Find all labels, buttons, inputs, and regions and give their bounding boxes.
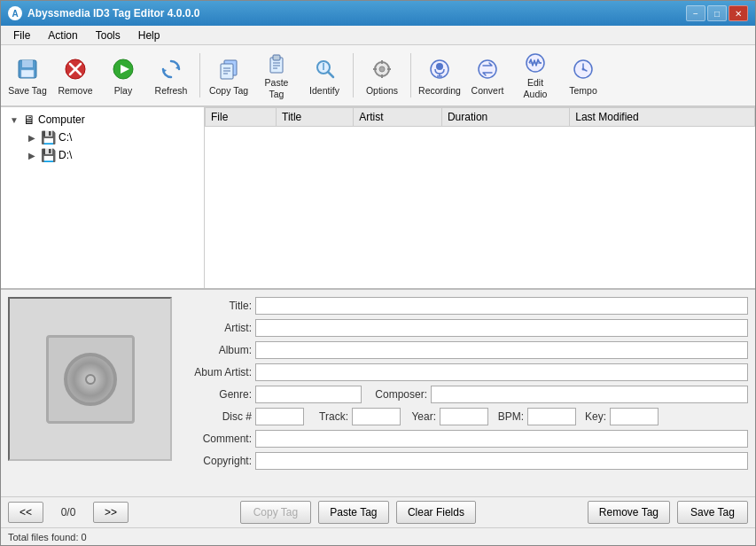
cd-hole [85, 374, 96, 385]
app-icon: A [8, 6, 22, 20]
col-title[interactable]: Title [277, 108, 354, 127]
composer-input[interactable] [431, 386, 748, 403]
svg-line-21 [328, 72, 333, 77]
artist-label: Artist: [181, 322, 252, 334]
genre-label: Genre: [181, 388, 252, 401]
tree-computer-label: Computer [38, 113, 85, 126]
copy-tag-label: Copy Tag [209, 85, 248, 97]
year-label: Year: [404, 410, 436, 423]
status-bar: Total files found: 0 [1, 527, 755, 545]
disc-track-row: Disc # Track: Year: BPM: Key: [181, 408, 748, 425]
album-row: Album: [181, 341, 748, 359]
tempo-button[interactable]: Tempo [560, 48, 606, 103]
year-input[interactable] [440, 408, 488, 425]
comment-input[interactable] [255, 430, 748, 448]
tempo-label: Tempo [569, 85, 597, 97]
genre-input[interactable] [255, 386, 362, 403]
edit-audio-icon [521, 51, 549, 75]
disc-input[interactable] [255, 408, 304, 425]
save-tag-button[interactable]: Save Tag [4, 48, 51, 103]
cd-icon [64, 353, 117, 406]
next-button[interactable]: >> [93, 502, 129, 523]
maximize-button[interactable]: □ [707, 5, 727, 21]
key-input[interactable] [610, 408, 659, 425]
save-tag-label: Save Tag [8, 85, 47, 97]
menu-help[interactable]: Help [129, 27, 169, 43]
copyright-input[interactable] [255, 452, 748, 470]
title-bar-left: A Abyssmedia ID3 Tag Editor 4.0.0.0 [8, 6, 200, 20]
minimize-button[interactable]: − [686, 5, 705, 21]
svg-point-31 [436, 63, 443, 70]
album-artist-input[interactable] [255, 363, 748, 381]
track-input[interactable] [352, 408, 401, 425]
svg-rect-26 [381, 60, 383, 64]
save-tag-action-button[interactable]: Save Tag [677, 501, 748, 524]
identify-button[interactable]: Identify [301, 48, 347, 103]
remove-label: Remove [58, 85, 92, 97]
recording-button[interactable]: Recording [417, 48, 463, 103]
album-artist-label: Abum Artist: [181, 366, 252, 378]
paste-tag-action-button[interactable]: Paste Tag [318, 501, 389, 524]
copy-tag-icon [214, 55, 243, 83]
menu-action[interactable]: Action [39, 27, 86, 43]
remove-tag-button[interactable]: Remove Tag [588, 501, 670, 524]
svg-point-23 [323, 63, 324, 65]
col-duration[interactable]: Duration [441, 108, 569, 127]
nav-action-bar: << 0/0 >> Copy Tag Paste Tag Clear Field… [1, 496, 755, 527]
paste-tag-button[interactable]: Paste Tag [253, 48, 300, 103]
separator-2 [353, 53, 354, 98]
bpm-input[interactable] [527, 408, 576, 425]
edit-audio-label: Edit Audio [515, 77, 556, 99]
remove-button[interactable]: Remove [52, 48, 98, 103]
col-artist[interactable]: Artist [354, 108, 442, 127]
title-input[interactable] [255, 297, 748, 315]
album-input[interactable] [255, 341, 748, 359]
menu-tools[interactable]: Tools [87, 27, 129, 43]
genre-composer-row: Genre: Composer: [181, 386, 748, 403]
tree-item-computer[interactable]: ▼ 🖥 Computer [1, 111, 204, 129]
title-bar-controls: − □ ✕ [686, 5, 748, 21]
prev-button[interactable]: << [8, 502, 43, 523]
status-text: Total files found: 0 [8, 532, 87, 542]
close-button[interactable]: ✕ [729, 5, 748, 21]
clear-fields-button[interactable]: Clear Fields [396, 501, 476, 524]
comment-row: Comment: [181, 430, 748, 448]
main-window: A Abyssmedia ID3 Tag Editor 4.0.0.0 − □ … [0, 0, 756, 546]
nav-count: 0/0 [51, 506, 86, 519]
tempo-icon [569, 55, 597, 83]
svg-rect-27 [381, 74, 383, 78]
refresh-label: Refresh [155, 85, 188, 97]
refresh-button[interactable]: Refresh [148, 48, 194, 103]
options-button[interactable]: Options [359, 48, 405, 103]
svg-rect-1 [22, 60, 33, 67]
album-art[interactable] [8, 297, 172, 461]
svg-rect-29 [387, 68, 391, 70]
tree-item-d-drive[interactable]: ▶ 💾 D:\ [1, 146, 204, 164]
recording-icon [425, 55, 454, 83]
copy-tag-button[interactable]: Copy Tag [206, 48, 252, 103]
toolbar: Save Tag Remove Play [1, 45, 755, 107]
title-row: Title: [181, 297, 748, 315]
svg-point-25 [379, 66, 385, 72]
paste-tag-label: Paste Tag [256, 77, 297, 99]
title-bar: A Abyssmedia ID3 Tag Editor 4.0.0.0 − □ … [1, 1, 755, 26]
copy-tag-action-button[interactable]: Copy Tag [240, 501, 311, 524]
convert-icon [473, 55, 502, 83]
svg-rect-2 [21, 70, 34, 77]
separator-1 [199, 53, 200, 98]
file-list[interactable]: File Title Artist Duration Last Modified [205, 107, 755, 288]
menu-file[interactable]: File [4, 27, 39, 43]
tree-item-c-drive[interactable]: ▶ 💾 C:\ [1, 129, 204, 146]
convert-button[interactable]: Convert [464, 48, 510, 103]
bottom-panel: Title: Artist: Album: Abum Artist: Genre… [1, 288, 755, 527]
play-button[interactable]: Play [100, 48, 146, 103]
menu-bar: File Action Tools Help [1, 26, 755, 45]
tree-d-label: D:\ [58, 149, 72, 161]
copyright-label: Copyright: [181, 455, 252, 467]
refresh-icon [157, 55, 185, 83]
col-file[interactable]: File [206, 108, 277, 127]
artist-input[interactable] [255, 319, 748, 337]
edit-audio-button[interactable]: Edit Audio [512, 48, 558, 103]
col-last-modified[interactable]: Last Modified [570, 108, 755, 127]
disc-label: Disc # [181, 410, 252, 423]
